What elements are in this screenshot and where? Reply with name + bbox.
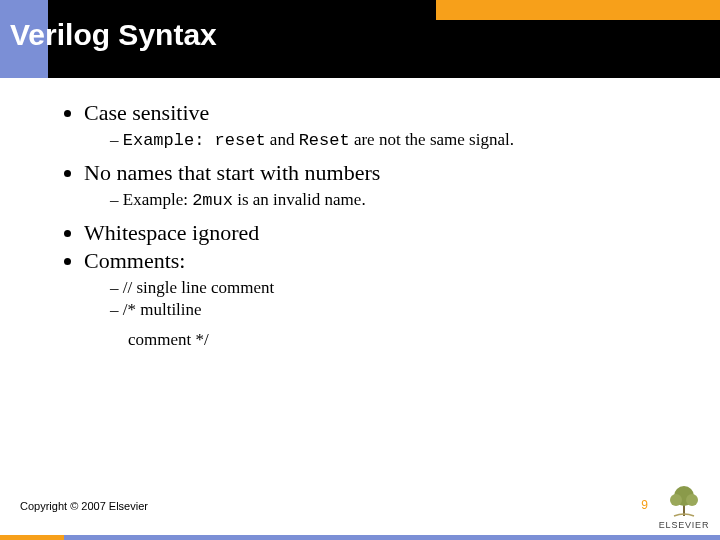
bullet-whitespace: Whitespace ignored (84, 220, 690, 246)
text-and: and (266, 130, 299, 149)
text-suffix: is an invalid name. (233, 190, 366, 209)
content-area: Case sensitive Example: reset and Reset … (60, 100, 690, 352)
example-label: Example: (123, 131, 215, 150)
code-2mux: 2mux (192, 191, 233, 210)
comment-multi-2: comment */ (84, 330, 690, 350)
page-number: 9 (641, 498, 648, 512)
example-label: Example: (123, 190, 192, 209)
bullet-case-sensitive: Case sensitive Example: reset and Reset … (84, 100, 690, 150)
code-reset-lower: reset (215, 131, 266, 150)
sub-list: Example: reset and Reset are not the sam… (84, 130, 690, 150)
bullet-list: Case sensitive Example: reset and Reset … (60, 100, 690, 350)
bullet-no-number-names: No names that start with numbers Example… (84, 160, 690, 210)
footer: Copyright © 2007 Elsevier 9 ELSEVIER (0, 482, 720, 540)
bullet-text: Comments: (84, 248, 185, 273)
comment-multi-1: /* multiline (123, 300, 202, 319)
sub-bullet-example-2mux: Example: 2mux is an invalid name. (110, 190, 690, 210)
header: Verilog Syntax (0, 0, 720, 78)
header-orange-accent (436, 0, 720, 20)
slide-title: Verilog Syntax (10, 18, 217, 52)
sub-list: Example: 2mux is an invalid name. (84, 190, 690, 210)
sub-bullet-single-line: // single line comment (110, 278, 690, 298)
svg-point-3 (686, 494, 698, 506)
sub-bullet-multiline: /* multiline (110, 300, 690, 320)
bullet-text: No names that start with numbers (84, 160, 380, 185)
svg-point-2 (670, 494, 682, 506)
footer-orange-accent (0, 535, 64, 540)
bullet-text: Whitespace ignored (84, 220, 259, 245)
comment-single: // single line comment (123, 278, 275, 297)
publisher-logo: ELSEVIER (658, 482, 710, 530)
sub-list: // single line comment /* multiline (84, 278, 690, 320)
slide: Verilog Syntax Case sensitive Example: r… (0, 0, 720, 540)
bullet-text: Case sensitive (84, 100, 209, 125)
logo-text: ELSEVIER (658, 520, 710, 530)
footer-blue-bar (0, 535, 720, 540)
text-suffix: are not the same signal. (350, 130, 514, 149)
copyright-text: Copyright © 2007 Elsevier (20, 500, 148, 512)
tree-icon (664, 482, 704, 518)
bullet-comments: Comments: // single line comment /* mult… (84, 248, 690, 350)
sub-bullet-example-reset: Example: reset and Reset are not the sam… (110, 130, 690, 150)
code-reset-upper: Reset (299, 131, 350, 150)
